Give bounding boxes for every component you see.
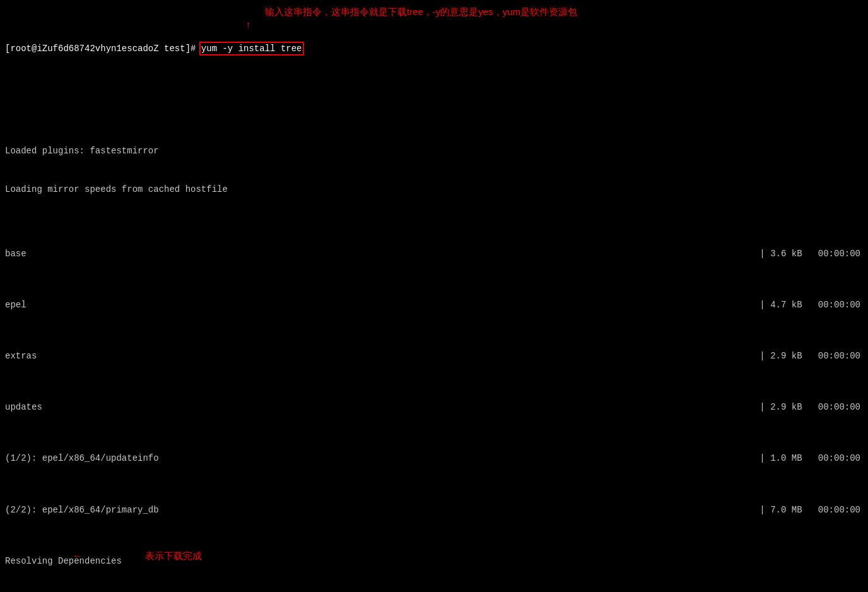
- repo-updates-line: updates| 2.9 kB 00:00:00: [5, 401, 863, 413]
- repo-extras-line: extras| 2.9 kB 00:00:00: [5, 350, 863, 362]
- repo-updates-size: | 2.9 kB 00:00:00: [760, 401, 863, 413]
- repo-base-size: | 3.6 kB 00:00:00: [760, 247, 863, 260]
- repo-base-line: base| 3.6 kB 00:00:00: [5, 247, 863, 260]
- repo-extras-size: | 2.9 kB 00:00:00: [760, 350, 863, 362]
- line-mirror: Loading mirror speeds from cached hostfi…: [5, 183, 863, 196]
- repo-extras-name: extras: [5, 351, 37, 361]
- repo-22-label: (2/2): epel/x86_64/primary_db: [5, 505, 159, 515]
- annotation-text-1: 输入这串指令，这串指令就是下载tree，-y的意思是yes，yum是软件资源包: [265, 5, 577, 19]
- repo-12-label: (1/2): epel/x86_64/updateinfo: [5, 453, 159, 463]
- repo-22-line: (2/2): epel/x86_64/primary_db| 7.0 MB 00…: [5, 504, 863, 516]
- prompt-text: [root@iZuf6d68742vhyn1escadoZ test]#: [5, 44, 201, 54]
- prompt-line: [root@iZuf6d68742vhyn1escadoZ test]# yum…: [5, 42, 863, 55]
- annotation-arrow-right: ←: [73, 549, 82, 563]
- repo-updates-name: updates: [5, 402, 42, 412]
- annotation-arrow-up: ↑: [246, 18, 251, 32]
- repo-epel-name: epel: [5, 300, 26, 310]
- repo-12-line: (1/2): epel/x86_64/updateinfo| 1.0 MB 00…: [5, 452, 863, 465]
- repo-12-size: | 1.0 MB 00:00:00: [760, 452, 863, 465]
- line-plugins: Loaded plugins: fastestmirror: [5, 145, 863, 157]
- repo-epel-size: | 4.7 kB 00:00:00: [760, 299, 863, 311]
- repo-base-name: base: [5, 249, 26, 259]
- command-highlight: yum -y install tree: [201, 44, 302, 54]
- terminal-window: [root@iZuf6d68742vhyn1escadoZ test]# yum…: [0, 0, 868, 592]
- repo-22-size: | 7.0 MB 00:00:00: [760, 504, 863, 516]
- resolving-line: Resolving Dependencies: [5, 555, 863, 567]
- annotation-text-2: 表示下载完成: [145, 549, 202, 563]
- repo-epel-line: epel| 4.7 kB 00:00:00: [5, 299, 863, 311]
